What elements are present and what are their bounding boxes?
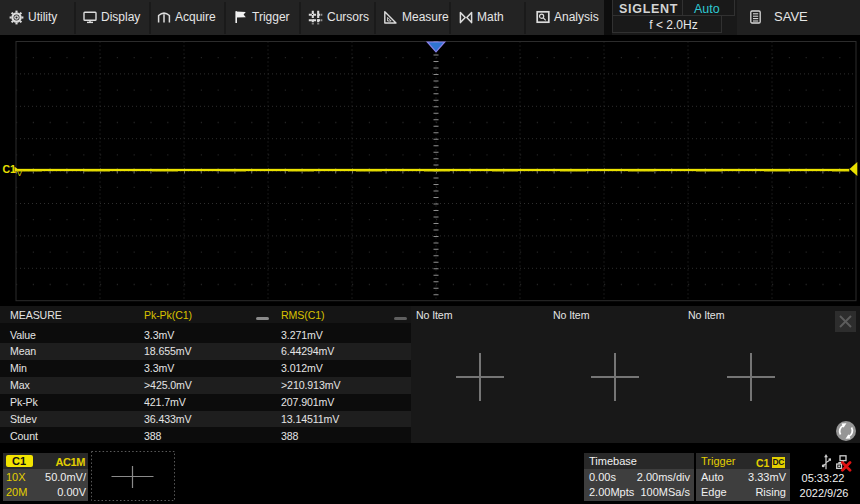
svg-text:V: V xyxy=(17,168,23,178)
svg-text:C1: C1 xyxy=(3,163,17,175)
